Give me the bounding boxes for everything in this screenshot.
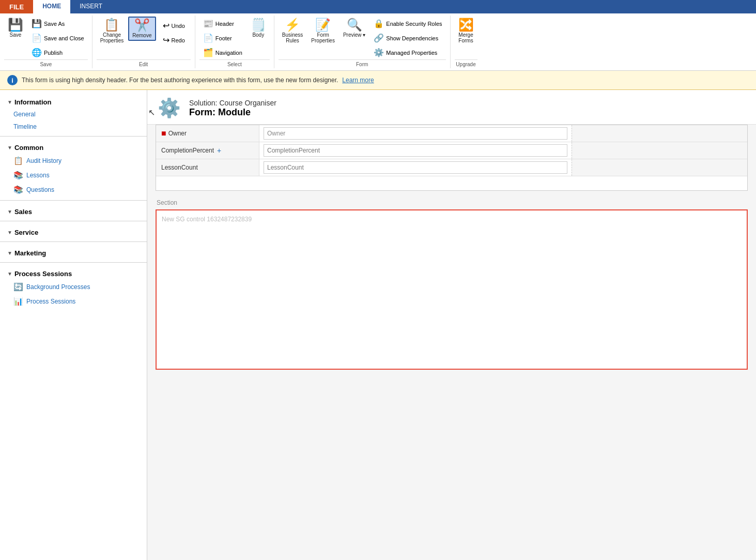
completion-percent-required-icon: + (217, 146, 221, 155)
save-button[interactable]: 💾 Save (4, 17, 27, 40)
sidebar-section-information[interactable]: ▼ Information (0, 94, 147, 108)
process-sessions-item-label: Process Sessions (26, 298, 75, 305)
navigation-label: Navigation (215, 50, 242, 56)
form-properties-icon: 📝 (315, 19, 331, 31)
managed-properties-icon: ⚙️ (374, 48, 384, 57)
save-label: Save (10, 32, 22, 38)
business-rules-icon: ⚡ (285, 19, 300, 31)
sidebar-item-process-sessions[interactable]: 📊 Process Sessions (0, 294, 147, 309)
tab-file[interactable]: FILE (0, 0, 33, 13)
sidebar-divider-4 (0, 241, 147, 242)
sidebar-section-service[interactable]: ▼ Service (0, 224, 147, 238)
select-small-col: 📰 Header 📄 Footer 🗂️ Navigation (199, 17, 246, 59)
section-area-label: Section (156, 199, 748, 206)
process-sessions-item-icon: 📊 (13, 297, 23, 306)
form-small-col: 🔒 Enable Security Roles 🔗 Show Dependenc… (370, 17, 445, 59)
section-area: Section New SG control 1632487232839 (156, 199, 748, 370)
publish-button[interactable]: 🌐 Publish (28, 46, 88, 59)
ribbon-group-upgrade: 🔀 MergeForms Upgrade (451, 16, 482, 68)
owner-input[interactable] (264, 127, 567, 140)
lesson-count-value (259, 159, 572, 176)
sidebar-section-sales[interactable]: ▼ Sales (0, 204, 147, 218)
sidebar-item-timeline[interactable]: Timeline (0, 120, 147, 133)
footer-button[interactable]: 📄 Footer (199, 31, 246, 45)
undo-label: Undo (172, 23, 185, 29)
tab-home[interactable]: HOME (33, 0, 70, 13)
section-control-box[interactable]: New SG control 1632487232839 (156, 209, 748, 370)
lesson-count-input[interactable] (264, 161, 567, 174)
form-header-text: Solution: Course Organiser Form: Module (189, 99, 276, 118)
sidebar-item-lessons[interactable]: 📚 Lessons (0, 168, 147, 183)
audit-history-icon: 📋 (13, 156, 23, 165)
body-label: Body (252, 32, 264, 38)
redo-label: Redo (172, 37, 185, 43)
footer-icon: 📄 (203, 33, 213, 43)
remove-button[interactable]: ✂️ Remove (128, 17, 156, 41)
form-row-owner: ■ Owner (156, 125, 747, 142)
common-label: Common (14, 144, 43, 152)
change-properties-button[interactable]: 📋 ChangeProperties (97, 17, 128, 46)
background-processes-label: Background Processes (26, 283, 90, 291)
sidebar: ▼ Information General Timeline ▼ Common … (0, 90, 147, 560)
header-button[interactable]: 📰 Header (199, 17, 246, 31)
sidebar-item-background-processes[interactable]: 🔄 Background Processes (0, 280, 147, 294)
redo-button[interactable]: ↪ Redo (159, 33, 189, 47)
sidebar-divider-1 (0, 136, 147, 137)
preview-button[interactable]: 🔍 Preview ▾ (340, 17, 369, 40)
tab-bar: FILE HOME INSERT (0, 0, 756, 13)
common-triangle: ▼ (7, 145, 12, 150)
ribbon: 💾 Save 💾 Save As 📄 Save and Close 🌐 Publ… (0, 13, 756, 71)
ribbon-group-form: ⚡ BusinessRules 📝 FormProperties 🔍 Previ… (274, 16, 451, 68)
ribbon-upgrade-items: 🔀 MergeForms (455, 17, 477, 59)
show-dependencies-button[interactable]: 🔗 Show Dependencies (370, 31, 445, 45)
sidebar-item-general[interactable]: General (0, 108, 147, 120)
save-icon: 💾 (8, 19, 23, 31)
completion-percent-label: CompletionPercent + (156, 142, 259, 159)
save-as-button[interactable]: 💾 Save As (28, 17, 88, 31)
completion-percent-input[interactable] (264, 144, 567, 157)
ribbon-select-group-label: Select (199, 59, 270, 67)
owner-required-dot: ■ (161, 129, 166, 138)
ribbon-save-items: 💾 Save 💾 Save As 📄 Save and Close 🌐 Publ… (4, 17, 88, 59)
enable-security-roles-button[interactable]: 🔒 Enable Security Roles (370, 17, 445, 31)
show-dependencies-label: Show Dependencies (386, 35, 438, 41)
form-properties-button[interactable]: 📝 FormProperties (307, 17, 338, 46)
change-properties-icon: 📋 (104, 19, 119, 31)
sidebar-section-common[interactable]: ▼ Common (0, 140, 147, 154)
lessons-icon: 📚 (13, 171, 23, 180)
background-processes-icon: 🔄 (13, 282, 23, 292)
sidebar-section-process-sessions[interactable]: ▼ Process Sessions (0, 266, 147, 280)
preview-icon: 🔍 (347, 19, 362, 31)
completion-percent-value (259, 142, 572, 159)
notification-bar: i This form is using high density header… (0, 71, 756, 90)
process-sessions-label: Process Sessions (14, 270, 72, 278)
business-rules-button[interactable]: ⚡ BusinessRules (279, 17, 307, 46)
business-rules-label: BusinessRules (282, 32, 303, 43)
managed-properties-button[interactable]: ⚙️ Managed Properties (370, 46, 445, 59)
notification-learn-more-link[interactable]: Learn more (342, 77, 374, 84)
section-control-placeholder: New SG control 1632487232839 (162, 216, 252, 223)
information-label: Information (14, 98, 52, 106)
ribbon-upgrade-group-label: Upgrade (455, 59, 477, 67)
undo-button[interactable]: ↩ Undo (159, 19, 189, 33)
form-row-lesson-count: LessonCount (156, 159, 747, 176)
ribbon-select-items: 📰 Header 📄 Footer 🗂️ Navigation 🗒️ Body (199, 17, 270, 59)
merge-forms-button[interactable]: 🔀 MergeForms (455, 17, 477, 46)
sidebar-item-questions[interactable]: 📚 Questions (0, 183, 147, 197)
ribbon-form-group-label: Form (279, 59, 446, 67)
sidebar-section-marketing[interactable]: ▼ Marketing (0, 245, 147, 259)
questions-label: Questions (26, 186, 54, 193)
undo-redo-group: ↩ Undo ↪ Redo (157, 17, 191, 49)
sidebar-item-audit-history[interactable]: 📋 Audit History (0, 154, 147, 168)
save-and-close-button[interactable]: 📄 Save and Close (28, 31, 88, 45)
remove-label: Remove (132, 33, 151, 38)
body-button[interactable]: 🗒️ Body (247, 17, 270, 40)
form-row-completion-percent: CompletionPercent + (156, 142, 747, 159)
content-area: ⚙️ ↖ Solution: Course Organiser Form: Mo… (147, 90, 756, 560)
remove-icon: ✂️ (134, 19, 150, 32)
navigation-button[interactable]: 🗂️ Navigation (199, 46, 246, 59)
timeline-label: Timeline (13, 123, 37, 130)
tab-insert[interactable]: INSERT (70, 0, 112, 13)
save-as-label: Save As (44, 21, 65, 27)
notification-icon: i (7, 75, 18, 85)
